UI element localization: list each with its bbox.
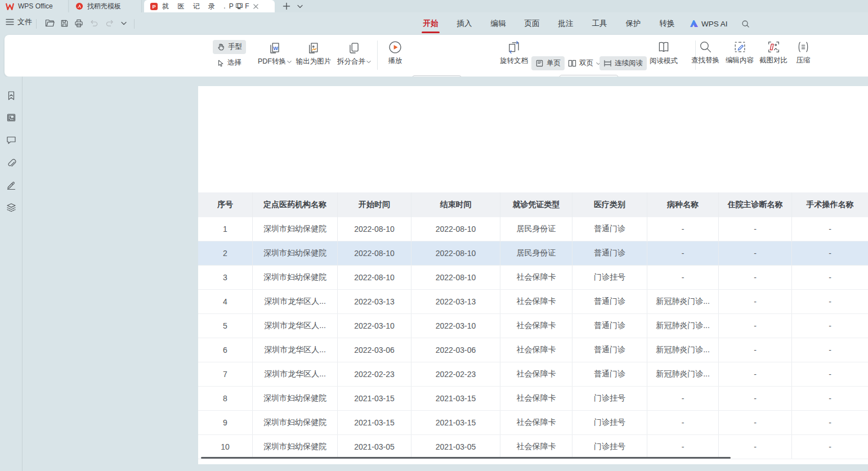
signature-icon[interactable] (6, 180, 16, 190)
table-cell: 2022-02-23 (338, 362, 411, 386)
hand-icon (217, 43, 225, 51)
tab-list-chevron-icon[interactable] (294, 0, 306, 12)
table-cell: - (792, 217, 868, 241)
undo-icon[interactable] (88, 18, 100, 28)
compress-label: 压缩 (797, 56, 811, 65)
table-cell: 新冠肺炎门诊... (647, 290, 719, 313)
double-page-button[interactable]: 双页 (564, 56, 605, 70)
export-image-icon (306, 41, 321, 55)
table-row: 9深圳市妇幼保健院2021-03-152021-03-15社会保障卡门诊挂号--… (198, 411, 868, 435)
pdf-convert-button[interactable]: W PDF转换 (258, 41, 292, 66)
table-cell: 社会保障卡 (500, 314, 572, 338)
table-row: 4深圳市龙华区人...2022-03-132022-03-13社会保障卡普通门诊… (198, 290, 868, 314)
attachment-icon[interactable] (6, 158, 16, 168)
undo-history-chevron-icon[interactable] (118, 18, 129, 28)
play-icon (388, 40, 402, 55)
table-cell: 深圳市妇幼保健院 (253, 435, 338, 459)
play-label: 播放 (388, 56, 402, 66)
select-tool-button[interactable]: 选择 (213, 56, 245, 70)
file-menu-button[interactable]: 文件 (6, 17, 32, 27)
single-page-button[interactable]: 单页 (531, 56, 565, 70)
table-cell: 深圳市妇幼保健院 (253, 266, 338, 289)
menu-wps-ai[interactable]: WPS AI (684, 20, 733, 28)
menu-edit[interactable]: 编辑 (481, 12, 515, 35)
find-replace-button[interactable]: 查找替换 (691, 40, 719, 65)
svg-text:W: W (273, 46, 278, 51)
table-cell: - (719, 290, 792, 313)
tab-label: 找稻壳模板 (87, 2, 121, 11)
menu-bar: 文件 开始 插入 编辑 页面 批注 工具 保护 转换 (0, 12, 868, 35)
menu-home[interactable]: 开始 (414, 12, 448, 35)
new-tab-button[interactable] (280, 0, 293, 12)
table-cell: 深圳市龙华区人... (253, 338, 338, 362)
table-cell: 深圳市妇幼保健院 (253, 241, 338, 265)
table-cell: 2022-03-13 (411, 290, 500, 313)
menu-search-icon[interactable] (733, 20, 758, 28)
continuous-read-button[interactable]: 连续阅读 (599, 56, 647, 70)
table-cell: 2022-08-10 (338, 217, 411, 241)
play-button[interactable]: 播放 (388, 40, 402, 66)
wps-logo-icon (6, 3, 14, 10)
table-cell: 普通门诊 (572, 241, 647, 265)
pdf-file-icon: P (150, 2, 158, 11)
file-menu-label: 文件 (17, 17, 32, 27)
menu-page[interactable]: 页面 (515, 12, 549, 35)
table-cell: 2022-03-10 (411, 314, 500, 338)
tab-wps-home[interactable]: WPS Office (0, 0, 69, 12)
split-merge-icon (347, 41, 361, 55)
table-cell: 深圳市妇幼保健院 (253, 217, 338, 241)
edit-content-button[interactable]: 编辑内容 (726, 40, 754, 65)
rotate-document-button[interactable]: 旋转文档 (500, 40, 528, 66)
thumbnail-icon[interactable] (6, 113, 16, 123)
chevron-down-icon (366, 60, 371, 64)
table-cell: 深圳市龙华区人... (253, 314, 338, 338)
menu-protect[interactable]: 保护 (616, 12, 650, 35)
tab-document[interactable]: P 就 医 记 录 .PDF (144, 0, 275, 12)
table-cell: - (719, 411, 792, 434)
redo-icon[interactable] (104, 18, 115, 28)
table-row: 3深圳市妇幼保健院2022-08-102022-08-10社会保障卡门诊挂号--… (198, 266, 868, 290)
table-cell: - (719, 435, 792, 459)
table-cell: 社会保障卡 (500, 338, 572, 362)
comment-icon[interactable] (6, 136, 16, 146)
document-area: 序号定点医药机构名称开始时间结束时间就诊凭证类型医疗类别病种名称住院主诊断名称手… (23, 77, 868, 471)
hand-tool-button[interactable]: 手型 (213, 40, 246, 54)
medical-records-table: 序号定点医药机构名称开始时间结束时间就诊凭证类型医疗类别病种名称住院主诊断名称手… (198, 192, 868, 459)
horizontal-scrollbar[interactable] (201, 457, 731, 459)
wps-window: WPS Office 找稻壳模板 P 就 医 记 录 .PDF 文件 (0, 0, 868, 471)
table-row: 10深圳市妇幼保健院2021-03-052021-03-05社会保障卡门诊挂号-… (198, 435, 868, 459)
table-cell: 1 (198, 217, 253, 241)
table-cell: 新冠肺炎门诊... (647, 362, 719, 386)
menu-tools[interactable]: 工具 (583, 12, 616, 35)
table-cell: 2022-03-10 (338, 314, 411, 338)
screenshot-compare-button[interactable]: 截图对比 (759, 40, 788, 65)
pdf-convert-label: PDF转换 (258, 57, 286, 66)
read-mode-button[interactable]: 阅读模式 (650, 40, 678, 66)
table-cell: 2021-03-15 (411, 387, 500, 410)
open-file-button[interactable] (44, 18, 55, 28)
export-image-button[interactable]: 输出为图片 (296, 41, 332, 66)
compress-button[interactable]: 压缩 (797, 40, 811, 65)
table-cell: - (792, 435, 868, 459)
table-cell: - (647, 435, 719, 459)
split-merge-button[interactable]: 拆分合并 (337, 41, 371, 66)
table-row: 6深圳市龙华区人...2022-03-062022-03-06社会保障卡普通门诊… (198, 338, 868, 362)
menu-insert[interactable]: 插入 (448, 12, 481, 35)
monitor-icon[interactable] (235, 3, 243, 10)
bookmark-icon[interactable] (6, 91, 16, 101)
table-cell: - (792, 290, 868, 313)
table-cell: 深圳市妇幼保健院 (253, 411, 338, 434)
layers-icon[interactable] (6, 203, 16, 213)
table-cell: 门诊挂号 (572, 435, 647, 459)
table-cell: - (719, 266, 792, 289)
menu-convert[interactable]: 转换 (650, 12, 684, 35)
close-tab-icon[interactable] (253, 3, 259, 10)
table-cell: - (719, 338, 792, 362)
save-button[interactable] (59, 18, 70, 28)
table-cell: 2021-03-05 (338, 435, 411, 459)
menu-comment[interactable]: 批注 (549, 12, 583, 35)
table-row: 8深圳市妇幼保健院2021-03-152021-03-15社会保障卡门诊挂号--… (198, 387, 868, 411)
tab-docer[interactable]: 找稻壳模板 (70, 0, 142, 12)
print-button[interactable] (73, 18, 84, 28)
table-cell: - (719, 241, 792, 265)
